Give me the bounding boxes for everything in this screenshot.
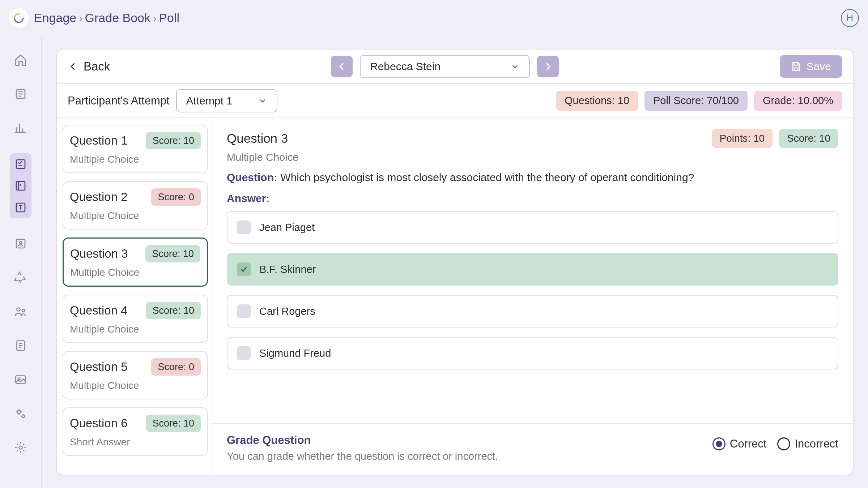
question-lead: Question: [227, 171, 277, 183]
question-detail-head: Question 3 Points: 10 Score: 10 [227, 129, 838, 148]
avatar[interactable]: H [841, 9, 859, 27]
media-icon[interactable] [12, 371, 29, 388]
grade-panel: Back Rebecca Stein Save [56, 49, 854, 475]
answer-option: B.F. Skinner [227, 253, 838, 286]
grading-group [10, 153, 31, 218]
svg-point-14 [17, 410, 21, 414]
notes-icon[interactable] [12, 337, 29, 354]
svg-rect-4 [16, 160, 25, 168]
enroll-icon[interactable] [12, 235, 29, 252]
breadcrumb-gradebook[interactable]: Grade Book [85, 11, 150, 25]
grade-bar: Grade Question You can grade whether the… [212, 423, 853, 475]
question-card-score: Score: 10 [145, 245, 200, 262]
save-button[interactable]: Save [780, 55, 842, 78]
question-card[interactable]: Question 4Score: 10Multiple Choice [63, 295, 208, 343]
questions-stat: Questions: 10 [556, 91, 638, 111]
back-label: Back [84, 60, 110, 73]
chevron-down-icon [510, 62, 520, 71]
detail-question: Question: Which psychologist is most clo… [227, 171, 838, 184]
question-card-title: Question 1 [70, 134, 128, 147]
question-card[interactable]: Question 6Score: 10Short Answer [63, 407, 208, 456]
grades-icon[interactable] [12, 155, 29, 173]
svg-point-10 [22, 309, 25, 312]
save-icon [791, 61, 801, 72]
question-card-title: Question 5 [70, 360, 128, 374]
question-card-score: Score: 0 [151, 188, 201, 206]
home-icon[interactable] [12, 51, 29, 69]
recycle-icon[interactable] [12, 269, 29, 286]
option-label: B.F. Skinner [259, 264, 316, 275]
question-card-score: Score: 10 [146, 302, 201, 319]
detail-points-badge: Points: 10 [712, 129, 773, 148]
save-label: Save [807, 60, 831, 73]
question-card-title: Question 3 [70, 247, 128, 261]
question-card-title: Question 4 [70, 304, 128, 317]
answer-option: Sigmund Freud [227, 337, 838, 369]
check-icon [237, 262, 251, 276]
question-card-score: Score: 0 [151, 358, 201, 376]
panel-info-bar: Participant's Attempt Attempt 1 Question… [57, 84, 853, 118]
attempt-label: Participant's Attempt [68, 94, 170, 107]
check-icon [237, 346, 251, 360]
radio-correct[interactable]: Correct [712, 437, 767, 450]
question-card-type: Multiple Choice [70, 267, 200, 278]
grade-stat: Grade: 10.00% [754, 91, 842, 111]
question-card-score: Score: 10 [146, 132, 201, 149]
participant-name: Rebecca Stein [370, 60, 441, 73]
grade-title: Grade Question [227, 434, 702, 447]
radio-incorrect[interactable]: Incorrect [777, 437, 838, 450]
attempt-value: Attempt 1 [186, 95, 233, 107]
question-list[interactable]: Question 1Score: 10Multiple ChoiceQuesti… [57, 118, 212, 475]
question-detail: Question 3 Points: 10 Score: 10 Multiple… [212, 118, 853, 475]
detail-score-badge: Score: 10 [779, 129, 838, 148]
courses-icon[interactable] [12, 85, 29, 103]
participant-select[interactable]: Rebecca Stein [360, 55, 530, 78]
analytics-icon[interactable] [12, 119, 29, 137]
answer-lead: Answer: [227, 192, 838, 205]
svg-point-16 [19, 446, 22, 449]
top-header: Engage › Grade Book › Poll H [0, 0, 868, 36]
question-card[interactable]: Question 5Score: 0Multiple Choice [63, 351, 208, 399]
radio-correct-label: Correct [730, 437, 767, 450]
library-icon[interactable] [12, 177, 29, 194]
next-participant-button[interactable] [537, 56, 559, 77]
answer-option: Carl Rogers [227, 295, 838, 328]
question-card-type: Multiple Choice [70, 380, 201, 391]
question-text: Which psychologist is most closely assoc… [280, 171, 694, 183]
check-icon [237, 304, 251, 318]
text-icon[interactable] [12, 199, 29, 216]
chevron-down-icon [258, 96, 267, 106]
question-card[interactable]: Question 3Score: 10Multiple Choice [63, 237, 208, 287]
question-card-type: Multiple Choice [70, 154, 201, 165]
gears-icon[interactable] [12, 405, 29, 422]
chevron-right-icon: › [153, 11, 157, 25]
question-card-type: Multiple Choice [70, 324, 201, 335]
question-detail-main: Question 3 Points: 10 Score: 10 Multiple… [212, 118, 853, 423]
back-button[interactable]: Back [68, 60, 110, 73]
grade-desc: You can grade whether the question is co… [227, 450, 702, 462]
question-card-title: Question 2 [70, 190, 128, 204]
main-area: Back Rebecca Stein Save [42, 36, 868, 488]
breadcrumb-poll[interactable]: Poll [159, 11, 179, 25]
breadcrumb-engage[interactable]: Engage [34, 11, 76, 25]
question-card-title: Question 6 [70, 416, 128, 430]
side-rail [0, 36, 42, 488]
breadcrumb: Engage › Grade Book › Poll [34, 11, 179, 25]
question-card[interactable]: Question 1Score: 10Multiple Choice [63, 125, 208, 173]
question-card-type: Short Answer [70, 436, 201, 448]
radio-incorrect-label: Incorrect [795, 437, 838, 450]
prev-participant-button[interactable] [331, 56, 353, 77]
poll-score-stat: Poll Score: 70/100 [644, 91, 748, 111]
svg-point-9 [17, 308, 20, 311]
settings-icon[interactable] [12, 439, 29, 456]
question-card-score: Score: 10 [146, 415, 201, 432]
users-icon[interactable] [12, 303, 29, 320]
check-icon [237, 221, 251, 234]
detail-title: Question 3 [227, 131, 288, 146]
attempt-select[interactable]: Attempt 1 [176, 89, 277, 112]
question-card-type: Multiple Choice [70, 210, 201, 222]
panel-top-bar: Back Rebecca Stein Save [57, 50, 853, 84]
chevron-right-icon: › [78, 11, 82, 25]
grade-radio-group: Correct Incorrect [712, 437, 838, 450]
question-card[interactable]: Question 2Score: 0Multiple Choice [63, 181, 208, 230]
